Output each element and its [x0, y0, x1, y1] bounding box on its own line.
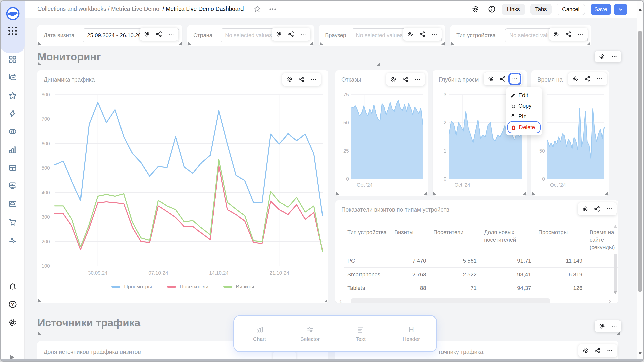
table-vertical-scrollbar[interactable]: [614, 254, 617, 292]
share-icon[interactable]: [562, 29, 574, 40]
more-ellipsis-icon[interactable]: [603, 203, 615, 214]
sidebar-item-collections[interactable]: [8, 73, 17, 82]
tabs-button[interactable]: Tabs: [530, 4, 552, 15]
scroll-up-icon[interactable]: [638, 8, 642, 11]
resize-handle[interactable]: [38, 299, 42, 302]
more-ellipsis-icon[interactable]: [594, 73, 605, 84]
column-header[interactable]: Тип устройства: [344, 224, 391, 254]
gear-icon[interactable]: [596, 51, 608, 62]
sidebar-item-monitoring[interactable]: [8, 181, 17, 190]
resize-handle[interactable]: [376, 63, 380, 66]
resize-handle[interactable]: [532, 192, 535, 195]
resize-handle[interactable]: [188, 42, 191, 45]
save-dropdown-button[interactable]: [614, 4, 627, 15]
table-scroll-left-icon[interactable]: ‹: [339, 298, 342, 303]
resize-handle[interactable]: [336, 192, 339, 195]
share-icon[interactable]: [296, 74, 307, 85]
scrollbar-thumb[interactable]: [638, 31, 642, 292]
filter-device-widget[interactable]: Тип устройства No selected values: [450, 25, 591, 46]
breadcrumb-more-icon[interactable]: [268, 5, 277, 13]
legend-item-visits[interactable]: Визиты: [223, 284, 254, 290]
more-ellipsis-icon[interactable]: [297, 29, 309, 40]
resize-handle[interactable]: [616, 332, 620, 335]
links-button[interactable]: Links: [502, 4, 525, 15]
table-scroll-right-icon[interactable]: ›: [609, 298, 611, 303]
share-icon[interactable]: [285, 29, 297, 40]
more-ellipsis-icon[interactable]: [608, 321, 620, 332]
column-header[interactable]: Доля новых посетителей: [480, 224, 535, 254]
add-header-button[interactable]: H Header: [394, 326, 429, 342]
more-ellipsis-icon[interactable]: [608, 51, 620, 62]
share-icon[interactable]: [497, 73, 509, 84]
gear-icon[interactable]: [580, 345, 591, 356]
gear-icon[interactable]: [405, 29, 416, 40]
resize-handle[interactable]: [310, 42, 313, 45]
traffic-dynamics-panel[interactable]: Динамика трафика 30.09.2407.10.2414.10.2…: [37, 70, 328, 303]
share-icon[interactable]: [582, 73, 593, 84]
menu-item-pin[interactable]: Pin: [508, 111, 540, 122]
more-ellipsis-icon[interactable]: [604, 345, 616, 356]
sidebar-item-tables[interactable]: [8, 163, 17, 172]
more-ellipsis-icon[interactable]: [412, 74, 423, 85]
resize-handle[interactable]: [320, 42, 323, 45]
sidebar-expand-icon[interactable]: [10, 355, 14, 360]
filter-browser-widget[interactable]: Браузер No selected values: [319, 25, 445, 46]
resize-handle[interactable]: [38, 42, 42, 45]
more-ellipsis-icon[interactable]: [575, 29, 586, 40]
table-horizontal-scrollbar[interactable]: [351, 298, 550, 303]
device-table-panel[interactable]: Показатели визитов по типам устройств Ти…: [335, 200, 618, 303]
settings-gear-icon[interactable]: [8, 318, 17, 327]
menu-item-delete[interactable]: Delete: [508, 122, 540, 133]
resize-handle[interactable]: [523, 192, 526, 195]
gear-icon[interactable]: [579, 203, 591, 214]
scroll-down-icon[interactable]: [638, 352, 642, 355]
more-ellipsis-icon[interactable]: [429, 29, 440, 40]
gear-icon[interactable]: [141, 29, 153, 40]
column-header[interactable]: Посетители: [430, 224, 480, 254]
cancel-button[interactable]: Cancel: [557, 4, 585, 15]
share-icon[interactable]: [153, 29, 165, 40]
favorite-star-icon[interactable]: [253, 5, 261, 13]
column-header[interactable]: Визиты: [391, 224, 430, 254]
column-header[interactable]: Время на сайте (секунды): [586, 224, 618, 254]
menu-item-copy[interactable]: Copy: [508, 101, 540, 111]
filter-country-widget[interactable]: Страна No selected values: [187, 25, 314, 46]
resize-handle[interactable]: [605, 192, 608, 195]
resize-handle[interactable]: [587, 42, 590, 45]
sidebar-item-cloud-storage[interactable]: [8, 199, 17, 208]
sidebar-item-favorites[interactable]: [8, 91, 17, 100]
gear-icon[interactable]: [284, 74, 295, 85]
resize-handle[interactable]: [433, 192, 437, 195]
table-scroll-down-icon[interactable]: [614, 291, 617, 294]
apps-grid-icon[interactable]: [8, 26, 17, 35]
notifications-bell-icon[interactable]: [8, 282, 17, 291]
resize-handle[interactable]: [441, 42, 445, 45]
add-selector-button[interactable]: Selector: [293, 326, 328, 342]
resize-handle[interactable]: [324, 299, 327, 302]
more-ellipsis-icon[interactable]: [308, 74, 319, 85]
sidebar-item-services[interactable]: [8, 236, 17, 245]
sidebar-item-connections[interactable]: [8, 127, 17, 136]
sidebar-item-charts[interactable]: [8, 145, 17, 154]
resize-handle[interactable]: [178, 42, 182, 45]
sidebar-item-dashboards[interactable]: [8, 55, 17, 64]
bounces-panel[interactable]: Отказы Oct '240255075: [335, 70, 428, 196]
resize-handle[interactable]: [38, 331, 41, 335]
breadcrumb[interactable]: Collections and workbooks / Metrica Live…: [37, 6, 244, 12]
more-ellipsis-icon[interactable]: [509, 73, 521, 84]
table-scroll-up-icon[interactable]: [614, 225, 617, 228]
resize-handle[interactable]: [424, 192, 427, 195]
share-icon[interactable]: [400, 74, 411, 85]
menu-item-edit[interactable]: Edit: [508, 90, 540, 101]
gear-icon[interactable]: [388, 74, 399, 85]
add-text-button[interactable]: Text: [343, 326, 378, 342]
resize-handle[interactable]: [451, 42, 454, 45]
dashboard-settings-gear-icon[interactable]: [471, 5, 479, 13]
gear-icon[interactable]: [550, 29, 562, 40]
column-header[interactable]: Просмотры: [535, 224, 586, 254]
gear-icon[interactable]: [596, 321, 608, 332]
sidebar-item-quick-actions[interactable]: [8, 109, 17, 118]
legend-item-views[interactable]: Просмотры: [111, 284, 152, 290]
share-icon[interactable]: [591, 203, 603, 214]
gear-icon[interactable]: [570, 73, 581, 84]
